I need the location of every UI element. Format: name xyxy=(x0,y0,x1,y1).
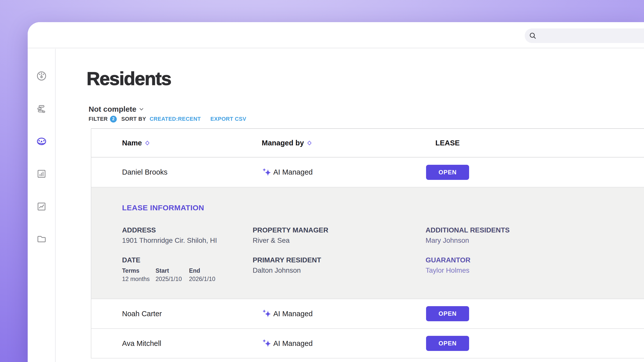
date-field: DATE Terms Start End 12 months 2025/1/10… xyxy=(122,256,253,283)
rows-icon xyxy=(35,103,48,115)
sidebar-item-reports[interactable] xyxy=(35,168,48,180)
ai-sparkle-icon xyxy=(262,167,272,178)
managed-by-value: AI Managed xyxy=(273,168,313,176)
guarantor-field: GUARANTOR Taylor Holmes xyxy=(426,256,634,283)
date-label: DATE xyxy=(122,256,253,264)
lease-information-panel: LEASE INFORMATION ADDRESS 1901 Thornridg… xyxy=(91,187,644,299)
top-bar xyxy=(28,22,644,48)
column-header-name[interactable]: Name xyxy=(122,139,262,147)
additional-residents-value: Mary Johnson xyxy=(426,236,634,245)
start-label: Start xyxy=(156,267,189,274)
table-row[interactable]: Daniel Brooks AI Managed OPEN xyxy=(91,157,644,187)
folder-icon xyxy=(35,233,48,245)
table-row[interactable]: Ava Mitchell AI Managed OPEN xyxy=(91,329,644,358)
open-lease-button[interactable]: OPEN xyxy=(426,165,469,180)
sort-value-button[interactable]: CREATED:RECENT xyxy=(149,116,201,122)
open-lease-button[interactable]: OPEN xyxy=(426,306,469,321)
open-lease-button[interactable]: OPEN xyxy=(426,336,469,351)
bar-chart-icon xyxy=(35,168,48,180)
lease-information-title: LEASE INFORMATION xyxy=(122,204,634,212)
additional-residents-field: ADDITIONAL RESIDENTS Mary Johnson xyxy=(426,226,634,245)
ai-sparkle-icon xyxy=(262,338,272,349)
managed-by-cell: AI Managed xyxy=(262,308,426,319)
sidebar-item-pipeline[interactable] xyxy=(35,103,48,115)
start-value: 2025/1/10 xyxy=(156,276,189,283)
sidebar-item-dashboard[interactable] xyxy=(35,70,48,82)
property-manager-label: PROPERTY MANAGER xyxy=(253,226,426,234)
additional-residents-label: ADDITIONAL RESIDENTS xyxy=(426,226,634,234)
guarantor-label: GUARANTOR xyxy=(426,256,634,264)
sidebar-item-files[interactable] xyxy=(35,233,48,245)
table-row[interactable]: Noah Carter AI Managed OPEN xyxy=(91,299,644,329)
export-csv-button[interactable]: EXPORT CSV xyxy=(210,116,246,122)
table-header-row: Name Managed by LEASE xyxy=(91,128,644,157)
managed-by-value: AI Managed xyxy=(273,310,313,318)
app-window: Residents Not complete FILTER 2 SORT BY … xyxy=(28,22,644,362)
property-manager-value: River & Sea xyxy=(253,236,426,245)
column-header-managed-by-label: Managed by xyxy=(262,139,304,147)
desktop-background: { "window": { "search": { "type": "searc… xyxy=(0,0,644,362)
line-chart-icon xyxy=(35,200,48,213)
status-filter-dropdown[interactable]: Not complete xyxy=(89,104,144,114)
filter-count-badge: 2 xyxy=(110,116,117,123)
sidebar-item-residents[interactable] xyxy=(35,135,48,147)
sort-by-label: SORT BY xyxy=(121,116,146,122)
status-filter-label: Not complete xyxy=(89,105,136,113)
managed-by-cell: AI Managed xyxy=(262,338,426,349)
lease-cell: OPEN xyxy=(426,306,644,321)
lease-detail-grid: ADDRESS 1901 Thornridge Cir. Shiloh, HI … xyxy=(122,226,634,283)
primary-resident-value: Dalton Johnson xyxy=(253,266,426,274)
guarantor-value: Taylor Holmes xyxy=(426,266,634,274)
chevron-down-icon xyxy=(138,106,144,112)
sort-icon xyxy=(307,140,312,146)
property-manager-field: PROPERTY MANAGER River & Sea xyxy=(253,226,426,245)
lease-cell: OPEN xyxy=(426,165,644,180)
residents-icon xyxy=(35,135,48,147)
resident-name: Noah Carter xyxy=(122,310,262,318)
address-field: ADDRESS 1901 Thornridge Cir. Shiloh, HI xyxy=(122,226,253,245)
resident-name: Ava Mitchell xyxy=(122,339,262,348)
page-title: Residents xyxy=(87,68,171,89)
primary-resident-field: PRIMARY RESIDENT Dalton Johnson xyxy=(253,256,426,283)
sidebar-item-analytics[interactable] xyxy=(35,200,48,213)
sidebar xyxy=(28,49,56,362)
residents-table: Name Managed by LEASE Daniel Brooks xyxy=(91,128,644,358)
terms-label: Terms xyxy=(122,267,156,274)
search-icon xyxy=(529,32,537,40)
managed-by-cell: AI Managed xyxy=(262,167,426,178)
toolbar: FILTER 2 SORT BY CREATED:RECENT EXPORT C… xyxy=(89,115,246,123)
search-input[interactable] xyxy=(525,28,644,43)
address-value: 1901 Thornridge Cir. Shiloh, HI xyxy=(122,236,253,245)
end-value: 2026/1/10 xyxy=(189,276,253,283)
column-header-lease-label: LEASE xyxy=(435,139,460,147)
sort-icon xyxy=(145,140,150,146)
managed-by-value: AI Managed xyxy=(273,339,313,348)
date-sub-table: Terms Start End 12 months 2025/1/10 2026… xyxy=(122,267,253,283)
terms-value: 12 months xyxy=(122,276,156,283)
gauge-icon xyxy=(35,70,48,82)
filter-label: FILTER xyxy=(89,116,108,122)
ai-sparkle-icon xyxy=(262,308,272,319)
end-label: End xyxy=(189,267,253,274)
resident-name: Daniel Brooks xyxy=(122,168,262,176)
column-header-managed-by[interactable]: Managed by xyxy=(262,139,426,147)
primary-resident-label: PRIMARY RESIDENT xyxy=(253,256,426,264)
address-label: ADDRESS xyxy=(122,226,253,234)
column-header-lease: LEASE xyxy=(426,139,644,147)
column-header-name-label: Name xyxy=(122,139,142,147)
lease-cell: OPEN xyxy=(426,336,644,351)
